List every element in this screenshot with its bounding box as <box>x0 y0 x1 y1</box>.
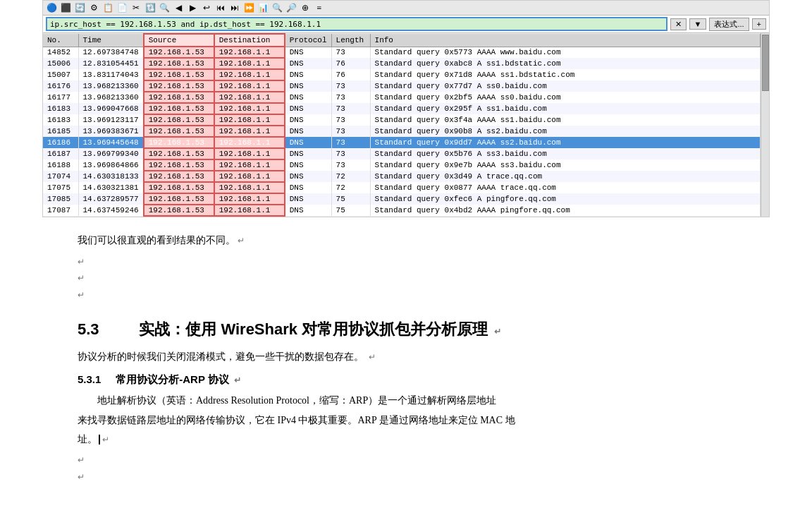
table-row[interactable]: 1617713.968213360192.168.1.53192.168.1.1… <box>43 92 761 103</box>
table-row[interactable]: 1618513.969383671192.168.1.53192.168.1.1… <box>43 126 761 137</box>
table-row[interactable]: 1618313.969123117192.168.1.53192.168.1.1… <box>43 114 761 126</box>
row-src: 192.168.1.53 <box>144 92 214 103</box>
table-row[interactable]: ▶1618613.969445648192.168.1.53192.168.1.… <box>43 137 761 148</box>
row-src: 192.168.1.53 <box>144 69 214 80</box>
section-5-3-title: 实战：使用 WireShark 对常用协议抓包并分析原理 <box>139 320 488 338</box>
table-row[interactable]: 1707514.630321381192.168.1.53192.168.1.1… <box>43 182 761 193</box>
intro-line: 协议分析的时候我们关闭混淆模式，避免一些干扰的数据包存在。 ↵ <box>78 348 713 367</box>
table-row[interactable]: 1618713.969799340192.168.1.53192.168.1.1… <box>43 148 761 159</box>
row-dst: 192.168.1.1 <box>214 80 285 92</box>
row-no: 15006 <box>43 58 78 69</box>
table-row[interactable]: 1500713.831174043192.168.1.53192.168.1.1… <box>43 69 761 80</box>
row-no: 16183 <box>43 103 78 114</box>
table-row[interactable]: 1618813.969864866192.168.1.53192.168.1.1… <box>43 159 761 171</box>
ws-scrollbar-thumb[interactable] <box>762 35 769 91</box>
row-len: 73 <box>331 92 370 103</box>
row-info: Standard query 0x71d8 AAAA ss1.bdstatic.… <box>370 69 760 80</box>
row-src: 192.168.1.53 <box>144 159 214 171</box>
ws-filter-bar: ✕ ▼ 表达式... + <box>43 16 769 33</box>
row-time: 13.969383671 <box>78 126 144 137</box>
ws-icon-12: ↩ <box>201 2 212 13</box>
row-time: 13.831174043 <box>78 69 144 80</box>
row-no: 16187 <box>43 148 78 159</box>
ws-icon-14: ⏭ <box>229 2 240 13</box>
ws-scrollbar[interactable] <box>761 33 769 217</box>
row-time: 14.637459246 <box>78 205 144 216</box>
row-len: 75 <box>331 193 370 205</box>
table-row[interactable]: 1707414.630318133192.168.1.53192.168.1.1… <box>43 171 761 182</box>
section-5-3-1-num: 5.3.1 <box>78 373 101 385</box>
section-5-3-1-title: 常用协议分析-ARP 协议 <box>116 373 229 385</box>
ws-icon-1: 🔵 <box>46 2 57 13</box>
row-dst: 192.168.1.1 <box>214 126 285 137</box>
row-dst: 192.168.1.1 <box>214 58 285 69</box>
table-header-row: No. Time Source Destination Protocol Len… <box>43 34 761 47</box>
table-row[interactable]: 1708714.637459246192.168.1.53192.168.1.1… <box>43 205 761 216</box>
section-5-3-num: 5.3 <box>78 320 99 338</box>
row-no: 17074 <box>43 171 78 182</box>
filter-dropdown-btn[interactable]: ▼ <box>689 18 707 30</box>
return-mark-subsec: ↵ <box>234 375 241 385</box>
row-dst: 192.168.1.1 <box>214 47 285 58</box>
row-src: 192.168.1.53 <box>144 171 214 182</box>
packet-table: No. Time Source Destination Protocol Len… <box>43 33 761 217</box>
table-row[interactable]: 1618313.969047668192.168.1.53192.168.1.1… <box>43 103 761 114</box>
row-proto: DNS <box>285 69 331 80</box>
row-time: 14.630318133 <box>78 171 144 182</box>
empty-line-1: ↵ <box>78 255 713 270</box>
row-time: 13.968213360 <box>78 80 144 92</box>
row-time: 13.969445648 <box>78 137 144 148</box>
row-info: Standard query 0x3f4a AAAA ss1.baidu.com <box>370 114 760 126</box>
row-proto: DNS <box>285 126 331 137</box>
row-time: 14.637289577 <box>78 193 144 205</box>
row-dst: 192.168.1.1 <box>214 69 285 80</box>
row-dst: 192.168.1.1 <box>214 182 285 193</box>
row-no: 16177 <box>43 92 78 103</box>
filter-clear-btn[interactable]: ✕ <box>670 18 687 30</box>
row-time: 13.969123117 <box>78 114 144 126</box>
row-proto: DNS <box>285 182 331 193</box>
row-dst: 192.168.1.1 <box>214 92 285 103</box>
ws-table-wrapper: No. Time Source Destination Protocol Len… <box>43 33 769 217</box>
table-row[interactable]: 1485212.697384748192.168.1.53192.168.1.1… <box>43 47 761 58</box>
row-time: 13.969799340 <box>78 148 144 159</box>
row-time: 13.969864866 <box>78 159 144 171</box>
row-info: Standard query 0x90b8 A ss2.baidu.com <box>370 126 760 137</box>
table-row[interactable]: 1708514.637289577192.168.1.53192.168.1.1… <box>43 193 761 205</box>
row-len: 76 <box>331 69 370 80</box>
row-src: 192.168.1.53 <box>144 114 214 126</box>
filter-input[interactable] <box>46 17 668 31</box>
filter-expression-btn[interactable]: 表达式... <box>709 18 749 31</box>
row-no: 16188 <box>43 159 78 171</box>
section-5-3-1-heading: 5.3.1 常用协议分析-ARP 协议 ↵ <box>78 370 713 389</box>
filter-add-btn[interactable]: + <box>752 18 766 30</box>
row-no: 16185 <box>43 126 78 137</box>
ws-icon-7: ✂ <box>130 2 142 13</box>
return-mark-intro: ↵ <box>369 352 376 362</box>
row-src: 192.168.1.53 <box>144 193 214 205</box>
ws-icon-11: ▶ <box>187 2 198 13</box>
row-time: 14.630321381 <box>78 182 144 193</box>
observation-text: 我们可以很直观的看到结果的不同。 <box>78 231 235 250</box>
row-src: 192.168.1.53 <box>144 80 214 92</box>
row-proto: DNS <box>285 137 331 148</box>
table-row[interactable]: 1617613.968213360192.168.1.53192.168.1.1… <box>43 80 761 92</box>
ws-icon-16: 📊 <box>257 2 269 13</box>
row-src: 192.168.1.53 <box>144 148 214 159</box>
row-len: 73 <box>331 47 370 58</box>
ws-toolbar: 🔵 ⬛ 🔄 ⚙ 📋 📄 ✂ 🔃 🔍 ◀ ▶ ↩ ⏮ ⏭ ⏩ 📊 🔍 🔎 ⊕ ≡ <box>43 1 769 16</box>
section-5-3-heading: 5.3 实战：使用 WireShark 对常用协议抓包并分析原理 ↵ <box>78 315 713 344</box>
ws-icon-18: 🔎 <box>285 2 297 13</box>
text-cursor <box>99 435 100 445</box>
row-dst: 192.168.1.1 <box>214 103 285 114</box>
row-proto: DNS <box>285 171 331 182</box>
empty-line-4: ↵ <box>78 453 713 468</box>
table-row[interactable]: 1500612.831054451192.168.1.53192.168.1.1… <box>43 58 761 69</box>
intro-text: 协议分析的时候我们关闭混淆模式，避免一些干扰的数据包存在。 <box>78 351 364 362</box>
row-proto: DNS <box>285 92 331 103</box>
ws-icon-15: ⏩ <box>243 2 254 13</box>
row-info: Standard query 0x77d7 A ss0.baidu.com <box>370 80 760 92</box>
row-time: 13.968213360 <box>78 92 144 103</box>
row-info: Standard query 0x3d49 A trace.qq.com <box>370 171 760 182</box>
col-header-info: Info <box>370 34 760 47</box>
